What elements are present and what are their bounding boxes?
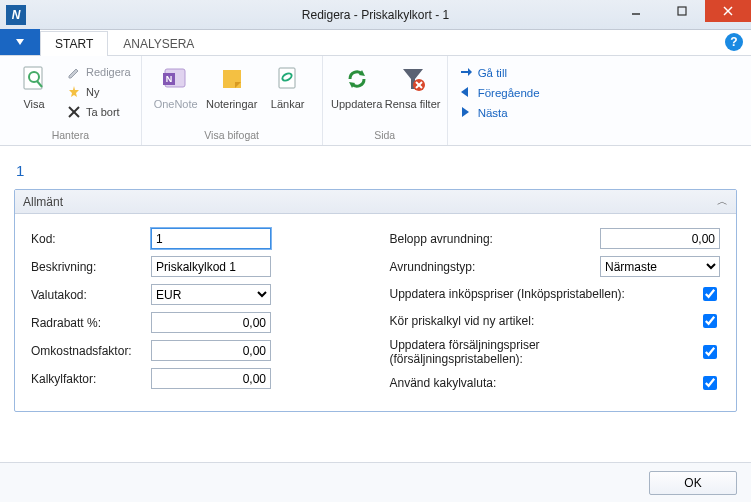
group-label-hantera: Hantera — [6, 129, 135, 143]
belopp-input[interactable] — [600, 228, 720, 249]
document-number: 1 — [14, 156, 737, 189]
omkostnad-label: Omkostnadsfaktor: — [31, 344, 151, 358]
section-allmant: Allmänt ︿ Kod: Beskrivning: Valutakod:EU… — [14, 189, 737, 412]
new-icon — [66, 84, 82, 100]
svg-marker-27 — [462, 107, 469, 117]
avrund-label: Avrundningstyp: — [390, 260, 601, 274]
rensa-filter-button[interactable]: Rensa filter — [385, 60, 441, 110]
clear-filter-icon — [398, 64, 428, 94]
svg-rect-14 — [223, 70, 241, 88]
svg-rect-16 — [279, 68, 295, 88]
upink-label: Uppdatera inköpspriser (Inköpspristabell… — [390, 287, 677, 301]
kalkyl-input[interactable] — [151, 368, 271, 389]
caret-left-icon — [460, 86, 474, 100]
ribbon-group-sida: Uppdatera Rensa filter Sida — [323, 56, 448, 145]
korpris-checkbox[interactable] — [703, 314, 717, 328]
ribbon-group-bifogat: N OneNote Noteringar Länkar Visa bifogat — [142, 56, 323, 145]
upfors-checkbox[interactable] — [703, 345, 717, 359]
title-bar: N Redigera - Priskalkylkort - 1 — [0, 0, 751, 30]
lankar-button[interactable]: Länkar — [260, 60, 316, 110]
refresh-icon — [342, 64, 372, 94]
svg-marker-25 — [468, 68, 472, 76]
kakyl-label: Använd kakylvaluta: — [390, 376, 677, 390]
svg-marker-8 — [69, 86, 79, 97]
app-icon: N — [6, 5, 26, 25]
magnifier-icon — [19, 64, 49, 94]
foregaende-button[interactable]: Föregående — [454, 84, 546, 102]
collapse-icon[interactable]: ︿ — [717, 194, 728, 209]
beskrivning-input[interactable] — [151, 256, 271, 277]
valutakod-select[interactable]: EUR — [151, 284, 271, 305]
beskrivning-label: Beskrivning: — [31, 260, 151, 274]
onenote-button[interactable]: N OneNote — [148, 60, 204, 110]
uppdatera-button[interactable]: Uppdatera — [329, 60, 385, 110]
ny-button[interactable]: Ny — [62, 82, 135, 102]
nasta-button[interactable]: Nästa — [454, 104, 546, 122]
section-title: Allmänt — [23, 195, 63, 209]
ga-till-button[interactable]: Gå till — [454, 64, 546, 82]
ribbon-group-nav: Gå till Föregående Nästa — [448, 56, 552, 145]
svg-text:N: N — [165, 74, 172, 84]
svg-rect-1 — [678, 7, 686, 15]
footer: OK — [0, 462, 751, 502]
valutakod-label: Valutakod: — [31, 288, 151, 302]
group-label-sida: Sida — [329, 129, 441, 143]
close-button[interactable] — [705, 0, 751, 22]
tab-analysera[interactable]: ANALYSERA — [108, 31, 209, 56]
upfors-label: Uppdatera försäljningspriser (försäljnin… — [390, 338, 677, 366]
visa-label: Visa — [23, 98, 44, 110]
kakyl-checkbox[interactable] — [703, 376, 717, 390]
svg-marker-26 — [461, 87, 468, 97]
redigera-button[interactable]: Redigera — [62, 62, 135, 82]
kalkyl-label: Kalkylfaktor: — [31, 372, 151, 386]
pencil-icon — [66, 64, 82, 80]
tab-start[interactable]: START — [40, 31, 108, 56]
notes-icon — [217, 64, 247, 94]
section-header[interactable]: Allmänt ︿ — [15, 190, 736, 214]
korpris-label: Kör priskalkyl vid ny artikel: — [390, 314, 677, 328]
maximize-button[interactable] — [659, 0, 705, 22]
svg-marker-4 — [16, 39, 24, 45]
tabort-button[interactable]: Ta bort — [62, 102, 135, 122]
ribbon-tabs: START ANALYSERA ? — [0, 30, 751, 56]
group-label-bifogat: Visa bifogat — [148, 129, 316, 143]
arrow-right-icon — [460, 66, 474, 80]
help-button[interactable]: ? — [725, 33, 743, 51]
ok-button[interactable]: OK — [649, 471, 737, 495]
kod-label: Kod: — [31, 232, 151, 246]
onenote-icon: N — [161, 64, 191, 94]
minimize-button[interactable] — [613, 0, 659, 22]
ribbon: Visa Redigera Ny Ta bort Hantera N OneNo… — [0, 56, 751, 146]
kod-input[interactable] — [151, 228, 271, 249]
radrabatt-label: Radrabatt %: — [31, 316, 151, 330]
ribbon-group-hantera: Visa Redigera Ny Ta bort Hantera — [0, 56, 142, 145]
caret-right-icon — [460, 106, 474, 120]
file-menu-button[interactable] — [0, 29, 40, 55]
radrabatt-input[interactable] — [151, 312, 271, 333]
links-icon — [273, 64, 303, 94]
noteringar-button[interactable]: Noteringar — [204, 60, 260, 110]
avrund-select[interactable]: Närmaste — [600, 256, 720, 277]
upink-checkbox[interactable] — [703, 287, 717, 301]
omkostnad-input[interactable] — [151, 340, 271, 361]
visa-button[interactable]: Visa — [6, 60, 62, 122]
delete-icon — [66, 104, 82, 120]
belopp-label: Belopp avrundning: — [390, 232, 601, 246]
